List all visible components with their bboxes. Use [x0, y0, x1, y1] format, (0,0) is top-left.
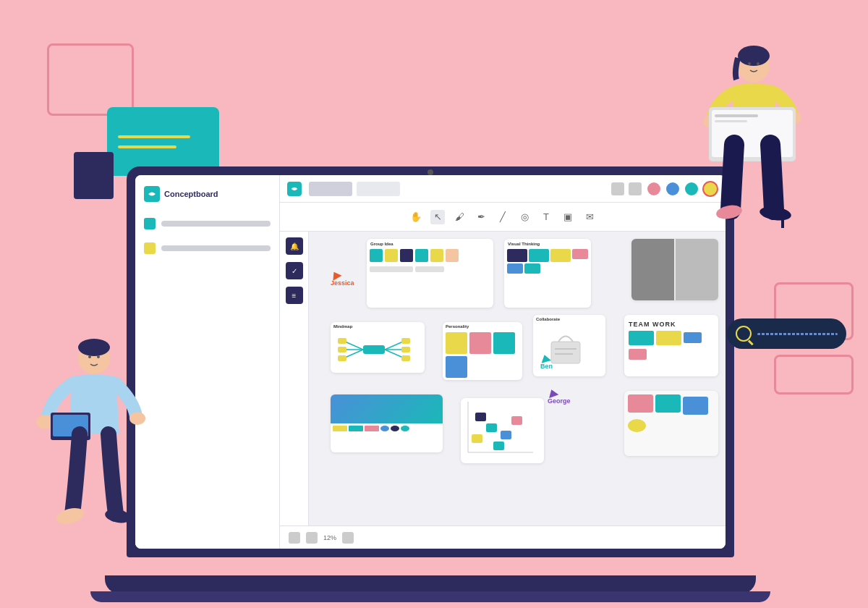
george-arrow [547, 388, 559, 398]
svg-rect-34 [401, 347, 410, 352]
photo-content [631, 239, 718, 300]
decorative-square-outline [47, 43, 134, 116]
shapes-tool[interactable]: ◎ [517, 210, 532, 224]
svg-point-8 [88, 355, 91, 358]
board-color-1 [144, 218, 156, 229]
cursor-jessica: Jessica [331, 271, 354, 287]
svg-point-11 [738, 46, 770, 66]
svg-line-24 [345, 342, 363, 350]
bottom-toolbar: 12% [280, 525, 726, 549]
board-personality[interactable]: Personality [443, 322, 522, 380]
search-icon [736, 326, 752, 342]
hand-tool[interactable]: ✋ [409, 210, 423, 224]
list-icon[interactable]: ≡ [286, 287, 303, 304]
tools-toolbar: ✋ ↖ 🖌 ✒ ╱ ◎ T ▣ ✉ [280, 203, 726, 232]
share-icon[interactable] [629, 182, 642, 195]
tab-2[interactable] [357, 182, 400, 196]
canvas[interactable]: 🔔 ✓ ≡ Jessica [280, 232, 726, 525]
teal-line-2 [118, 145, 176, 148]
svg-rect-23 [363, 345, 385, 354]
laptop-base-bottom [90, 591, 770, 602]
board-visual-content [504, 248, 591, 275]
logo-icon [144, 186, 160, 202]
fullscreen-icon[interactable] [342, 532, 354, 544]
search-squiggle [757, 333, 838, 335]
avatar-3 [684, 181, 699, 197]
svg-point-21 [748, 62, 751, 65]
svg-point-1 [78, 339, 110, 356]
comment-tool[interactable]: ✉ [582, 210, 597, 224]
board-group-idea[interactable]: Group Idea [367, 239, 493, 308]
board-label-2 [161, 245, 271, 251]
svg-rect-43 [475, 413, 486, 421]
conceptboard-app[interactable]: Conceptboard [135, 175, 726, 549]
svg-rect-16 [715, 114, 758, 117]
logo-text: Conceptboard [164, 190, 218, 198]
board-teamwork[interactable]: TEAM WORK [624, 315, 718, 376]
person-left-illustration [29, 290, 148, 565]
text-tool[interactable]: T [539, 210, 553, 224]
app-logo: Conceptboard [144, 186, 271, 202]
board-visual-thinking[interactable]: Visual Thinking [504, 239, 591, 308]
svg-rect-41 [501, 431, 511, 439]
cursor-ben: Ben [540, 355, 553, 370]
svg-rect-44 [493, 442, 504, 450]
ben-arrow [540, 353, 551, 363]
decorative-teal-card [107, 107, 219, 176]
search-handle [748, 339, 753, 345]
personality-content [443, 331, 522, 379]
top-toolbar [280, 175, 726, 203]
laptop-screen-frame: Conceptboard [127, 166, 734, 557]
laptop-frame: Conceptboard [127, 166, 734, 594]
board-chart[interactable] [461, 398, 544, 463]
sidebar-board-2[interactable] [144, 240, 271, 257]
main-area: ✋ ↖ 🖌 ✒ ╱ ◎ T ▣ ✉ [280, 175, 726, 549]
svg-line-26 [345, 350, 363, 358]
teamwork-title: TEAM WORK [624, 315, 718, 331]
mindmap-svg [331, 331, 425, 367]
svg-line-27 [385, 342, 403, 350]
board-photo-collage[interactable] [631, 239, 718, 300]
left-panel: 🔔 ✓ ≡ [280, 232, 309, 525]
board-color-2 [144, 242, 156, 254]
personality-title: Personality [443, 322, 522, 331]
svg-rect-32 [338, 355, 346, 361]
teal-line-1 [118, 135, 190, 138]
check-icon[interactable]: ✓ [286, 262, 303, 279]
pen-tool[interactable]: ✒ [474, 210, 488, 224]
select-tool[interactable]: ↖ [430, 210, 445, 224]
misc-content [624, 391, 718, 436]
notification-icon[interactable]: 🔔 [286, 237, 303, 255]
avatar-1 [646, 181, 662, 197]
board-visual-title: Visual Thinking [504, 239, 591, 248]
line-tool[interactable]: ╱ [495, 210, 510, 224]
compass-icon[interactable] [289, 532, 300, 544]
jessica-label: Jessica [331, 279, 354, 287]
decorative-dark-rect [74, 152, 114, 199]
sidebar-board-1[interactable] [144, 215, 271, 232]
svg-rect-35 [401, 355, 410, 361]
sticky-tool[interactable]: ▣ [561, 210, 575, 224]
laptop-camera [427, 169, 433, 175]
board-design[interactable] [331, 394, 443, 452]
svg-rect-33 [401, 338, 410, 344]
chart-svg [461, 398, 540, 460]
svg-line-29 [385, 350, 403, 358]
svg-point-22 [757, 62, 760, 65]
board-group-stickies [367, 248, 493, 274]
board-mindmap[interactable]: Mindmap [331, 322, 425, 373]
svg-point-9 [97, 355, 100, 358]
brush-tool[interactable]: 🖌 [452, 210, 467, 224]
zoom-in-icon[interactable] [306, 532, 318, 544]
search-pill[interactable] [727, 318, 846, 349]
svg-rect-17 [715, 120, 747, 122]
board-misc[interactable] [624, 391, 718, 456]
grid-icon[interactable] [611, 182, 624, 195]
sidebar: Conceptboard [135, 175, 280, 549]
tab-1[interactable] [309, 182, 352, 196]
decorative-square-right-bottom [774, 355, 854, 394]
george-label: George [548, 397, 571, 405]
svg-rect-39 [472, 434, 482, 443]
zoom-level: 12% [323, 534, 336, 541]
svg-point-3 [129, 412, 145, 425]
